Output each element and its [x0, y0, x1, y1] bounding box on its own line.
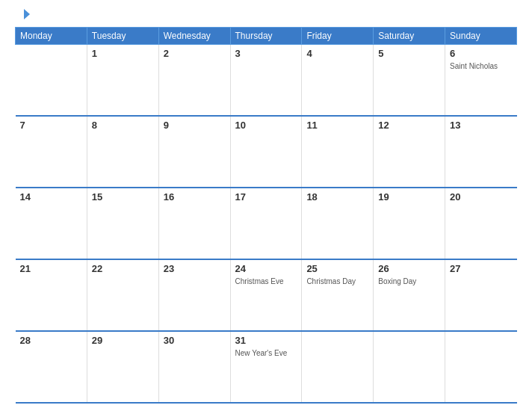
logo: [15, 7, 33, 21]
calendar-day-cell: 2: [158, 45, 230, 117]
day-header-wednesday: Wednesday: [158, 28, 230, 45]
calendar-day-cell: 9: [158, 116, 230, 188]
calendar-day-cell: 17: [230, 188, 302, 259]
day-header-monday: Monday: [16, 28, 87, 45]
day-number: 14: [20, 191, 82, 203]
day-number: 13: [450, 120, 512, 131]
calendar-day-cell: 31New Year's Eve: [230, 331, 302, 403]
calendar-day-cell: 28: [16, 331, 87, 403]
day-number: 7: [20, 120, 82, 131]
day-number: 4: [306, 48, 368, 59]
calendar-day-cell: 16: [158, 188, 230, 259]
calendar-day-cell: 15: [87, 188, 158, 259]
calendar-day-cell: 21: [16, 259, 87, 331]
day-header-thursday: Thursday: [230, 28, 302, 45]
day-number: 25: [306, 263, 368, 274]
day-number: 26: [378, 263, 440, 274]
day-number: 9: [164, 120, 226, 131]
calendar-day-cell: 11: [302, 116, 374, 188]
day-number: 31: [235, 335, 297, 346]
calendar-day-cell: [445, 331, 517, 403]
calendar-day-cell: 6Saint Nicholas: [445, 45, 517, 117]
calendar-day-cell: 22: [87, 259, 158, 331]
calendar-day-cell: 18: [302, 188, 374, 259]
calendar-day-cell: 8: [87, 116, 158, 188]
calendar-day-cell: 14: [16, 188, 87, 259]
day-number: 18: [306, 191, 368, 203]
day-number: 24: [235, 263, 297, 274]
calendar-week-row: 28293031New Year's Eve: [16, 331, 517, 403]
day-number: 30: [164, 335, 226, 346]
days-of-week-row: MondayTuesdayWednesdayThursdayFridaySatu…: [16, 28, 517, 45]
calendar-day-cell: 19: [374, 188, 445, 259]
calendar-header-row: MondayTuesdayWednesdayThursdayFridaySatu…: [16, 28, 517, 45]
day-header-saturday: Saturday: [374, 28, 445, 45]
calendar-day-cell: [302, 331, 374, 403]
calendar-table: MondayTuesdayWednesdayThursdayFridaySatu…: [15, 27, 517, 404]
calendar-day-cell: 1: [87, 45, 158, 117]
day-number: 11: [306, 120, 368, 131]
day-header-sunday: Sunday: [445, 28, 517, 45]
holiday-label: Christmas Day: [306, 277, 356, 285]
calendar-day-cell: 25Christmas Day: [302, 259, 374, 331]
day-number: 22: [92, 263, 154, 274]
calendar-day-cell: 12: [374, 116, 445, 188]
calendar-day-cell: [16, 45, 87, 117]
holiday-label: Christmas Eve: [235, 277, 284, 285]
calendar-day-cell: 24Christmas Eve: [230, 259, 302, 331]
holiday-label: Boxing Day: [378, 277, 416, 285]
day-number: 20: [450, 191, 512, 203]
calendar-day-cell: 30: [158, 331, 230, 403]
calendar-day-cell: 29: [87, 331, 158, 403]
calendar-week-row: 21222324Christmas Eve25Christmas Day26Bo…: [16, 259, 517, 331]
calendar-week-row: 14151617181920: [16, 188, 517, 259]
day-number: 1: [92, 48, 154, 59]
day-number: 29: [92, 335, 154, 346]
day-number: 28: [20, 335, 82, 346]
calendar-day-cell: 3: [230, 45, 302, 117]
day-number: 23: [164, 263, 226, 274]
day-number: 19: [378, 191, 440, 203]
day-number: 17: [235, 191, 297, 203]
calendar-day-cell: 26Boxing Day: [374, 259, 445, 331]
calendar-day-cell: [374, 331, 445, 403]
svg-marker-0: [24, 9, 30, 19]
logo-flag-icon: [16, 7, 31, 21]
calendar-header: [15, 7, 517, 21]
day-number: 5: [378, 48, 440, 59]
day-number: 12: [378, 120, 440, 131]
holiday-label: New Year's Eve: [235, 349, 288, 357]
day-number: 3: [235, 48, 297, 59]
day-number: 15: [92, 191, 154, 203]
day-number: 16: [164, 191, 226, 203]
day-number: 10: [235, 120, 297, 131]
calendar-week-row: 78910111213: [16, 116, 517, 188]
day-number: 27: [450, 263, 512, 274]
day-header-friday: Friday: [302, 28, 374, 45]
calendar-day-cell: 27: [445, 259, 517, 331]
calendar-day-cell: 7: [16, 116, 87, 188]
calendar-day-cell: 4: [302, 45, 374, 117]
day-number: 2: [164, 48, 226, 59]
calendar-body: 123456Saint Nicholas78910111213141516171…: [16, 45, 517, 404]
day-number: 8: [92, 120, 154, 131]
calendar-day-cell: 5: [374, 45, 445, 117]
calendar-day-cell: 23: [158, 259, 230, 331]
calendar-week-row: 123456Saint Nicholas: [16, 45, 517, 117]
calendar-day-cell: 13: [445, 116, 517, 188]
day-number: 21: [20, 263, 82, 274]
day-number: 6: [450, 48, 512, 59]
calendar-day-cell: 20: [445, 188, 517, 259]
calendar-day-cell: 10: [230, 116, 302, 188]
holiday-label: Saint Nicholas: [450, 62, 498, 70]
day-header-tuesday: Tuesday: [87, 28, 158, 45]
